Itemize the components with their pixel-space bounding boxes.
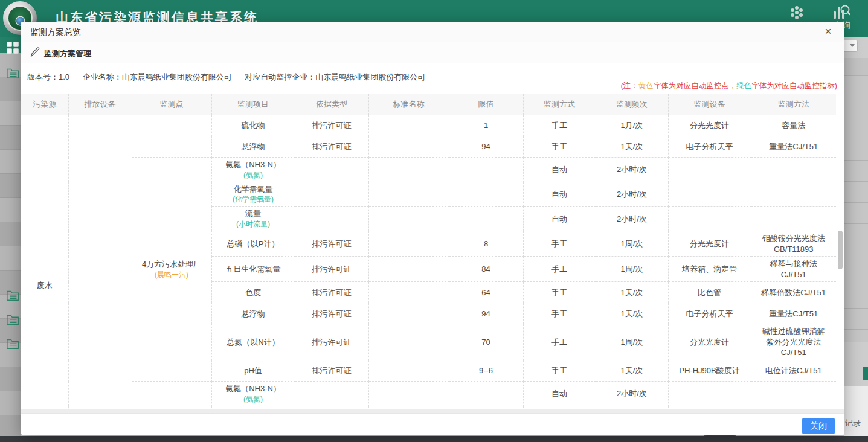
monitor-item-cell: 氨氮（NH3-N）(氨氮) [211, 158, 295, 182]
monitor-mode-cell: 手工 [523, 136, 596, 158]
chevron-down-icon [850, 44, 855, 47]
query-stats-icon[interactable] [832, 4, 850, 20]
folder-icon[interactable] [6, 313, 19, 326]
auto-monitor-indicator-label: (氨氮) [215, 394, 292, 404]
monitor-method-cell: 重量法CJ/T51 [751, 303, 836, 324]
limit-value-cell: 9--6 [449, 360, 523, 382]
background-page-right [844, 37, 868, 436]
monitor-device-cell: 分光光度计 [668, 115, 751, 136]
folder-icon[interactable] [6, 289, 19, 302]
apps-dots-icon[interactable] [788, 4, 805, 21]
grid-menu-icon[interactable] [6, 41, 19, 54]
limit-value-cell [449, 207, 523, 231]
vertical-scrollbar-thumb[interactable] [838, 231, 843, 269]
monitor-point-cell [132, 382, 211, 409]
monitor-item-cell: 悬浮物 [211, 303, 295, 324]
monitor-method-cell: 钼酸铵分光光度法 GB/T11893 [751, 231, 836, 257]
column-header: 监测方法 [751, 94, 836, 115]
table-row: 废水硫化物排污许可证1手工1月/次分光光度计容量法 [21, 115, 836, 136]
close-icon[interactable]: × [821, 25, 835, 38]
monitor-item-cell: 总氮（以N计） [211, 324, 295, 360]
monitor-device-cell [668, 406, 751, 409]
monitor-device-cell [668, 182, 751, 207]
column-header: 监测方式 [523, 94, 596, 115]
monitor-method-cell [751, 158, 836, 182]
monitor-item-cell: pH值 [211, 360, 295, 382]
limit-value-cell: 8 [449, 231, 523, 257]
monitor-method-cell: 重量法CJ/T51 [751, 136, 836, 158]
monitor-item-cell: 化学需氧量(化学需氧量) [211, 182, 295, 207]
limit-value-cell: 94 [449, 136, 523, 158]
monitor-method-cell: 容量法 [751, 115, 836, 136]
table-row: 氨氮（NH3-N）(氨氮)自动2小时/次 [21, 382, 836, 406]
column-header: 监测频次 [596, 94, 668, 115]
monitor-mode-cell: 手工 [523, 282, 596, 303]
plan-table-body: 废水硫化物排污许可证1手工1月/次分光光度计容量法悬浮物排污许可证94手工1天/… [21, 115, 836, 409]
auto-monitor-indicator-label: (氨氮) [215, 170, 292, 180]
monitor-frequency-cell: 2小时/次 [596, 406, 668, 409]
monitor-item-cell: 五日生化需氧量 [211, 257, 295, 282]
standard-name-cell [368, 257, 449, 282]
monitor-method-cell: 碱性过硫酸钾消解 紫外分光光度法 CJ/T51 [751, 324, 836, 360]
monitor-method-cell: 电位计法CJ/T51 [751, 360, 836, 382]
monitor-mode-cell: 自动 [523, 158, 596, 182]
monitor-mode-cell: 手工 [523, 231, 596, 257]
monitor-device-cell: 分光光度计 [668, 324, 751, 360]
monitor-frequency-cell: 1天/次 [596, 303, 668, 324]
limit-value-cell [449, 382, 523, 406]
basis-type-cell: 排污许可证 [295, 324, 368, 360]
background-teal-element [863, 367, 868, 380]
column-header: 标准名称 [368, 94, 449, 115]
standard-name-cell [368, 115, 449, 136]
folder-icon[interactable] [6, 337, 19, 350]
monitor-mode-cell: 自动 [523, 382, 596, 406]
monitor-item-cell: 总磷（以P计） [211, 231, 295, 257]
monitor-device-cell [668, 382, 751, 406]
monitor-frequency-cell: 1天/次 [596, 136, 668, 158]
column-header: 污染源 [21, 94, 68, 115]
dialog-footer: 关闭 [21, 413, 844, 435]
note-green-term: 绿色 [736, 82, 751, 90]
auto-monitor-indicator-label: (化学需氧量) [215, 194, 292, 204]
column-header: 监测设备 [668, 94, 751, 115]
horizontal-scrollbar-track[interactable] [21, 409, 844, 413]
monitor-item-cell: 化学需氧量(化学需氧量) [211, 406, 295, 409]
limit-value-cell [449, 406, 523, 409]
section-bar: 监测方案管理 [21, 42, 844, 63]
monitor-device-cell: 电子分析天平 [668, 303, 751, 324]
monitor-mode-cell: 手工 [523, 257, 596, 282]
monitor-frequency-cell: 2小时/次 [596, 182, 668, 207]
monitor-device-cell: 电子分析天平 [668, 136, 751, 158]
monitor-mode-cell: 手工 [523, 303, 596, 324]
close-button[interactable]: 关闭 [802, 418, 835, 434]
monitor-frequency-cell: 1周/次 [596, 324, 668, 360]
auto-monitor-indicator-label: (小时流量) [215, 219, 292, 229]
basis-type-cell [295, 406, 368, 409]
monitor-point-cell [132, 115, 211, 158]
monitor-point-cell: 4万方污水处理厂(晨鸣一污) [132, 158, 211, 382]
record-count-label: 记录 [845, 418, 861, 429]
monitor-mode-cell: 自动 [523, 406, 596, 409]
limit-value-cell: 64 [449, 282, 523, 303]
monitor-item-cell: 硫化物 [211, 115, 295, 136]
background-bottom-bar [0, 436, 868, 442]
limit-value-cell: 70 [449, 324, 523, 360]
folder-icon[interactable] [6, 66, 19, 80]
standard-name-cell [368, 182, 449, 207]
monitor-method-cell: 稀释与接种法 CJ/T51 [751, 257, 836, 282]
column-header: 监测项目 [211, 94, 295, 115]
monitor-frequency-cell: 2小时/次 [596, 207, 668, 231]
limit-value-cell: 1 [449, 115, 523, 136]
collapsed-sidebar [0, 53, 21, 436]
discharge-device-cell [68, 115, 132, 409]
monitor-method-cell [751, 382, 836, 406]
standard-name-cell [368, 360, 449, 382]
monitor-mode-cell: 自动 [523, 207, 596, 231]
column-header: 监测点 [132, 94, 211, 115]
monitor-frequency-cell: 2小时/次 [596, 382, 668, 406]
standard-name-cell [368, 382, 449, 406]
monitor-frequency-cell: 2小时/次 [596, 158, 668, 182]
monitor-mode-cell: 手工 [523, 115, 596, 136]
standard-name-cell [368, 231, 449, 257]
monitor-frequency-cell: 1月/次 [596, 115, 668, 136]
